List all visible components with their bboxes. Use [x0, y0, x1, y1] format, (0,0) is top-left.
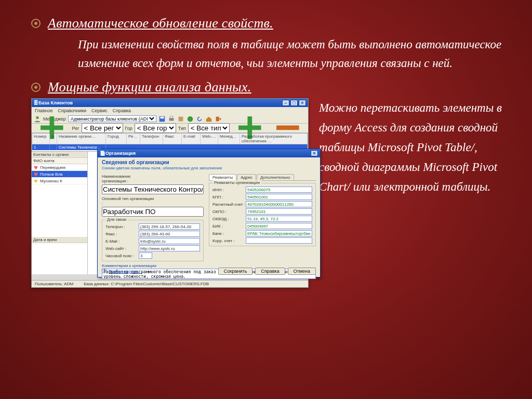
statusbar: Пользователь: ADM База данных: C:\Progra… [32, 280, 308, 287]
col-desc[interactable]: Разработка программного обеспечения … [240, 134, 308, 144]
col-email[interactable]: E-mail [182, 134, 201, 144]
reg-label: Рег [72, 126, 79, 131]
heading-analysis: Мощные функции анализа данных. [48, 79, 251, 95]
minimize-button[interactable]: – [282, 100, 289, 106]
type-input[interactable] [102, 207, 204, 217]
kpp-label: КПП : [212, 195, 246, 200]
body-text-2: Можно перетаскивать элементы в форму Acc… [319, 98, 511, 288]
heading-auto-update: Автоматическое обновление свойств. [48, 16, 273, 31]
okpo-label: ОКПО : [212, 209, 246, 214]
book-icon[interactable] [177, 115, 184, 123]
print-icon[interactable] [168, 115, 175, 123]
col-name[interactable]: Название органи… [57, 134, 106, 144]
app-icon: 🗄 [34, 100, 38, 105]
app-window: 🗄 База Клиентов – □ × Главное Справочник… [31, 98, 309, 288]
tab-address[interactable]: Адрес [237, 174, 256, 180]
home-icon[interactable] [205, 115, 212, 123]
col-number[interactable]: Номер [32, 134, 50, 144]
name-input[interactable] [102, 184, 204, 194]
dialog-titlebar[interactable]: 📄 Организация × [98, 149, 320, 157]
okved-input[interactable] [246, 216, 312, 222]
web-label: Web-сайт : [105, 246, 139, 251]
col-reg[interactable]: Ре… [127, 134, 140, 144]
phone-input[interactable] [139, 223, 200, 230]
svg-rect-11 [238, 125, 261, 130]
org-dialog: 📄 Организация × Сведения об организации … [97, 149, 321, 277]
email-label: E-Mail : [105, 239, 139, 244]
manager-select[interactable]: Администратор базы клиентов (ADM) [68, 115, 156, 122]
maximize-button[interactable]: □ [290, 100, 298, 106]
korr-label: Корр. счет : [212, 238, 246, 243]
body-text-1: При изменении свойства поля в таблице мо… [78, 35, 511, 72]
bik-label: БИК : [212, 224, 246, 229]
requisites-legend: Реквизиты организации [212, 180, 261, 185]
menu-service[interactable]: Сервис [91, 108, 108, 113]
gor-select[interactable]: < Все города > [135, 123, 176, 133]
dialog-hint: Синим цветом помечены поля, обязательные… [102, 166, 316, 170]
web-input[interactable] [139, 245, 200, 251]
fax-input[interactable] [139, 231, 200, 237]
reg-select[interactable]: < Все регионы > [82, 123, 123, 133]
contacts-header: Контакты с органи [32, 152, 87, 158]
tz-input[interactable] [139, 252, 152, 259]
type-label: Основной тип организации : [102, 196, 156, 206]
contact-row[interactable]: Попков Вла [32, 171, 87, 178]
phone-label: Телефон : [105, 224, 139, 229]
acc-input[interactable] [246, 201, 312, 207]
heart-icon [33, 165, 39, 170]
full-version-link[interactable]: Полная версия… [109, 269, 142, 274]
col-city[interactable]: Город [106, 134, 127, 144]
bank-input[interactable] [246, 230, 312, 236]
inn-label: ИНН : [212, 188, 246, 192]
svg-rect-4 [170, 116, 172, 118]
tab-additional[interactable]: Дополнительно [257, 174, 294, 180]
bullet-icon [31, 83, 41, 92]
contacts-col[interactable]: ФИО конта [32, 158, 87, 164]
svg-point-6 [187, 116, 193, 122]
app-title: База Клиентов [38, 100, 73, 105]
tab-requisites[interactable]: Реквизиты [209, 174, 236, 180]
bullet-1: Автоматическое обновление свойств. [31, 16, 511, 31]
earth-icon[interactable] [187, 115, 194, 123]
refresh-icon[interactable] [196, 115, 203, 123]
dialog-close-button[interactable]: × [311, 150, 318, 156]
bik-input[interactable] [246, 223, 312, 229]
dialog-icon: 📄 [100, 151, 105, 156]
korr-input[interactable] [246, 237, 312, 244]
col-web[interactable]: Web-… [201, 134, 218, 144]
inn-input[interactable] [246, 187, 312, 193]
left-pane: Контакты с органи ФИО конта Перевердзев … [32, 152, 88, 274]
col-a[interactable]: А [50, 134, 57, 144]
help-button[interactable]: Справка [255, 268, 285, 275]
svg-rect-3 [169, 118, 174, 121]
close-button[interactable]: × [299, 100, 306, 106]
contact-row[interactable]: Перевердзев [32, 164, 87, 171]
okpo-input[interactable] [246, 208, 312, 215]
toolbar-filters: Рег < Все регионы > Гор < Все города > Т… [32, 124, 308, 133]
status-user: Пользователь: ADM [35, 282, 73, 286]
svg-rect-7 [216, 116, 219, 121]
datetime-header: Дата и врем [32, 237, 87, 243]
tz-label: Часовой пояс : [105, 254, 139, 258]
col-phone[interactable]: Телефон [140, 134, 163, 144]
dialog-title: Организация [105, 151, 136, 156]
exit-icon[interactable] [215, 115, 222, 123]
cancel-button[interactable]: Отмена [288, 268, 316, 275]
info-icon: ⓘ [102, 268, 107, 275]
col-fax[interactable]: Факс [163, 134, 182, 144]
contact-row[interactable]: Мусиенко К [32, 178, 87, 184]
email-input[interactable] [139, 238, 200, 244]
svg-rect-9 [41, 125, 63, 130]
heart-icon [33, 171, 39, 177]
okved-label: ОКВЭД : [212, 217, 246, 221]
tip-select[interactable]: < Все типы > [188, 123, 230, 133]
save-icon[interactable] [158, 115, 166, 123]
titlebar[interactable]: 🗄 База Клиентов – □ × [32, 99, 308, 107]
gor-label: Гор [125, 126, 132, 131]
menu-help[interactable]: Справка [113, 108, 131, 113]
svg-rect-5 [178, 116, 183, 121]
kpp-input[interactable] [246, 194, 312, 200]
col-manager[interactable]: Менед… [218, 134, 240, 144]
save-button[interactable]: Сохранить [218, 268, 253, 275]
status-db: База данных: C:\Program Files\Customer\B… [84, 282, 209, 286]
